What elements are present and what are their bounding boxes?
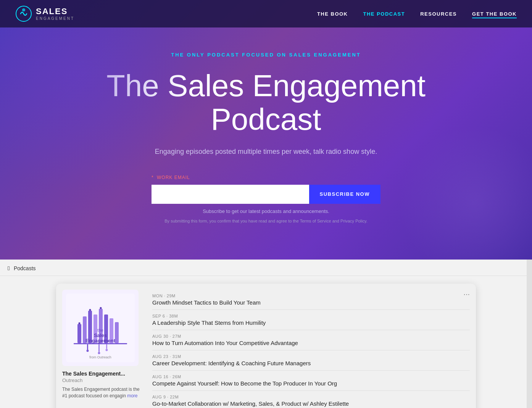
hero-title: The Sales Engagement Podcast bbox=[106, 69, 426, 136]
required-asterisk: * bbox=[152, 175, 154, 180]
episode-meta-2: AUG 30 · 27M bbox=[152, 334, 470, 339]
episode-title-1: A Leadership Style That Stems from Humil… bbox=[152, 319, 470, 326]
nav-the-book-link[interactable]: THE BOOK bbox=[317, 11, 348, 17]
svg-text:the: the bbox=[97, 328, 103, 332]
hero-subtitle: THE ONLY PODCAST FOCUSED ON SALES ENGAGE… bbox=[171, 52, 361, 58]
svg-point-20 bbox=[100, 307, 102, 309]
svg-text:Engagement: Engagement bbox=[85, 338, 116, 343]
episode-title-4: Compete Against Yourself: How to Become … bbox=[152, 380, 470, 387]
svg-rect-16 bbox=[106, 344, 107, 349]
subscribe-button[interactable]: SUBSCRIBE NOW bbox=[309, 185, 380, 204]
nav-get-the-book-link[interactable]: GET THE BOOK bbox=[472, 11, 517, 18]
podcast-header-label: Podcasts bbox=[14, 265, 36, 271]
email-input[interactable] bbox=[152, 185, 309, 204]
nav-the-podcast-link[interactable]: THE PODCAST bbox=[363, 11, 405, 17]
episode-row-2[interactable]: AUG 30 · 27M How to Turn Automation Into… bbox=[152, 330, 470, 350]
podcast-cover: the Sales Engagement from Outreach bbox=[62, 290, 139, 366]
navbar: SALES ENGAGEMENT THE BOOK THE PODCAST RE… bbox=[0, 0, 532, 27]
episode-title-0: Growth Mindset Tactics to Build Your Tea… bbox=[152, 299, 470, 306]
hero-section: THE ONLY PODCAST FOCUSED ON SALES ENGAGE… bbox=[0, 0, 532, 260]
podcast-left-panel: the Sales Engagement from Outreach The S… bbox=[62, 290, 146, 408]
work-email-label: * WORK EMAIL bbox=[152, 175, 192, 180]
nav-resources-link[interactable]: RESOURCES bbox=[420, 11, 457, 17]
podcast-widget: the Sales Engagement from Outreach The S… bbox=[56, 284, 476, 408]
podcast-more-link[interactable]: more bbox=[127, 393, 137, 398]
subscribe-note: Subscribe to get our latest podcasts and… bbox=[203, 208, 329, 214]
podcast-episodes-panel: MON · 29M Growth Mindset Tactics to Buil… bbox=[146, 290, 470, 408]
hero-title-line1: The Sales Engagement bbox=[106, 69, 426, 103]
svg-point-17 bbox=[106, 349, 108, 351]
hero-title-line2: Podcast bbox=[211, 102, 321, 136]
episode-meta-3: AUG 23 · 31M bbox=[152, 354, 470, 359]
episode-row-5[interactable]: AUG 9 · 22M Go-to-Market Collaboration w… bbox=[152, 391, 470, 408]
podcast-widget-wrapper:  Podcasts bbox=[0, 260, 532, 408]
email-row: SUBSCRIBE NOW bbox=[152, 185, 380, 204]
logo[interactable]: SALES ENGAGEMENT bbox=[15, 5, 74, 22]
episode-meta-4: AUG 16 · 26M bbox=[152, 374, 470, 379]
apple-icon:  bbox=[8, 265, 10, 271]
svg-text:Sales: Sales bbox=[94, 332, 107, 338]
episode-meta-0: MON · 29M bbox=[152, 294, 470, 298]
svg-point-15 bbox=[98, 352, 100, 354]
svg-rect-12 bbox=[87, 344, 88, 350]
nav-get-the-book[interactable]: GET THE BOOK bbox=[472, 10, 517, 17]
svg-point-13 bbox=[87, 350, 89, 352]
episode-title-3: Career Development: Identifying & Coachi… bbox=[152, 360, 470, 366]
svg-rect-10 bbox=[115, 322, 119, 343]
podcast-name: The Sales Engagement... bbox=[62, 371, 140, 377]
logo-icon bbox=[15, 5, 32, 22]
episode-row-4[interactable]: AUG 16 · 26M Compete Against Yourself: H… bbox=[152, 371, 470, 391]
subscribe-terms: By submitting this form, you confirm tha… bbox=[164, 219, 368, 223]
svg-point-19 bbox=[89, 309, 91, 311]
cover-art-svg: the Sales Engagement from Outreach bbox=[66, 294, 135, 362]
nav-resources[interactable]: RESOURCES bbox=[420, 10, 457, 17]
svg-point-18 bbox=[79, 323, 81, 324]
logo-engagement: ENGAGEMENT bbox=[36, 16, 74, 21]
episode-row-0[interactable]: MON · 29M Growth Mindset Tactics to Buil… bbox=[152, 290, 470, 310]
podcast-cover-art: the Sales Engagement from Outreach bbox=[62, 290, 139, 366]
episode-title-2: How to Turn Automation Into Your Competi… bbox=[152, 340, 470, 346]
svg-rect-3 bbox=[77, 324, 81, 343]
nav-the-book[interactable]: THE BOOK bbox=[317, 10, 348, 17]
episode-meta-5: AUG 9 · 22M bbox=[152, 395, 470, 399]
episode-row-3[interactable]: AUG 23 · 31M Career Development: Identif… bbox=[152, 350, 470, 371]
podcast-author: Outreach bbox=[62, 377, 140, 383]
nav-the-podcast[interactable]: THE PODCAST bbox=[363, 10, 405, 17]
episode-title-5: Go-to-Market Collaboration w/ Marketing,… bbox=[152, 400, 470, 407]
dots-menu[interactable]: ··· bbox=[463, 290, 470, 298]
logo-sales: SALES bbox=[36, 7, 74, 16]
terms-text: By submitting this form, you confirm tha… bbox=[164, 219, 368, 223]
svg-text:from Outreach: from Outreach bbox=[89, 355, 111, 359]
subscribe-form: * WORK EMAIL SUBSCRIBE NOW Subscribe to … bbox=[152, 175, 380, 223]
podcast-description: The Sales Engagement podcast is the #1 p… bbox=[62, 386, 140, 399]
podcast-widget-header:  Podcasts bbox=[0, 260, 532, 276]
nav-links: THE BOOK THE PODCAST RESOURCES GET THE B… bbox=[317, 10, 517, 17]
email-label-text: WORK EMAIL bbox=[157, 175, 190, 180]
svg-rect-14 bbox=[98, 344, 100, 352]
svg-point-1 bbox=[22, 8, 25, 11]
episode-row-1[interactable]: SEP 6 · 38M A Leadership Style That Stem… bbox=[152, 310, 470, 330]
hero-description: Engaging episodes posted multiple times … bbox=[155, 148, 377, 156]
episode-meta-1: SEP 6 · 38M bbox=[152, 314, 470, 318]
